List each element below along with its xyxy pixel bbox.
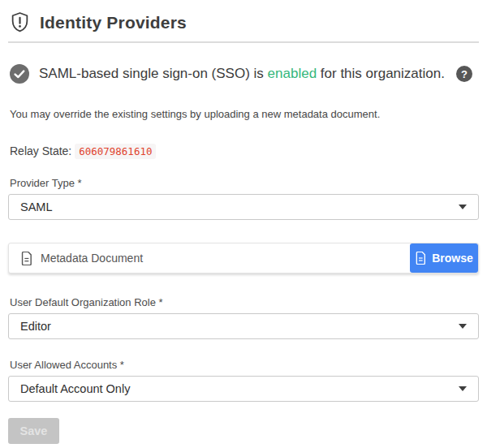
relay-state-label: Relay State: bbox=[10, 144, 71, 157]
header-divider bbox=[8, 41, 479, 43]
org-role-select[interactable]: Editor bbox=[8, 313, 479, 339]
org-role-value: Editor bbox=[20, 320, 459, 333]
provider-type-value: SAML bbox=[20, 200, 459, 213]
sso-status-enabled: enabled bbox=[268, 66, 317, 81]
metadata-document-placeholder: Metadata Document bbox=[41, 252, 143, 265]
sso-status-row: SAML-based single sign-on (SSO) is enabl… bbox=[8, 64, 479, 84]
chevron-down-icon bbox=[459, 386, 467, 391]
allowed-accounts-label: User Allowed Accounts * bbox=[8, 359, 479, 371]
save-button[interactable]: Save bbox=[8, 418, 59, 444]
sso-status-text-after: for this organization. bbox=[321, 66, 445, 81]
shield-exclamation-icon bbox=[10, 11, 30, 34]
sso-status-text: SAML-based single sign-on (SSO) is enabl… bbox=[39, 66, 445, 82]
sso-status-text-before: SAML-based single sign-on (SSO) is bbox=[39, 66, 264, 81]
allowed-accounts-value: Default Account Only bbox=[20, 382, 459, 395]
relay-state-value: 606079861610 bbox=[75, 144, 156, 159]
provider-type-select[interactable]: SAML bbox=[8, 194, 479, 220]
page-title: Identity Providers bbox=[40, 13, 187, 32]
allowed-accounts-select[interactable]: Default Account Only bbox=[8, 376, 479, 402]
allowed-accounts-field: User Allowed Accounts * Default Account … bbox=[8, 359, 479, 402]
override-description: You may override the existing settings b… bbox=[8, 108, 479, 120]
document-icon bbox=[20, 252, 32, 265]
page-header: Identity Providers bbox=[8, 10, 479, 34]
document-icon bbox=[415, 252, 426, 265]
provider-type-field: Provider Type * SAML bbox=[8, 177, 479, 220]
check-circle-icon bbox=[10, 64, 29, 84]
chevron-down-icon bbox=[459, 324, 467, 329]
relay-state: Relay State: 606079861610 bbox=[8, 144, 479, 157]
chevron-down-icon bbox=[459, 205, 467, 209]
help-icon[interactable]: ? bbox=[456, 66, 472, 82]
metadata-document-label-area: Metadata Document bbox=[9, 243, 410, 273]
metadata-document-input[interactable]: Metadata Document Browse bbox=[8, 243, 479, 274]
identity-providers-panel: Identity Providers SAML-based single sig… bbox=[0, 0, 487, 448]
browse-button-label: Browse bbox=[432, 252, 473, 265]
org-role-field: User Default Organization Role * Editor bbox=[8, 296, 479, 339]
provider-type-label: Provider Type * bbox=[8, 177, 479, 189]
org-role-label: User Default Organization Role * bbox=[8, 296, 479, 308]
browse-button[interactable]: Browse bbox=[410, 243, 478, 273]
